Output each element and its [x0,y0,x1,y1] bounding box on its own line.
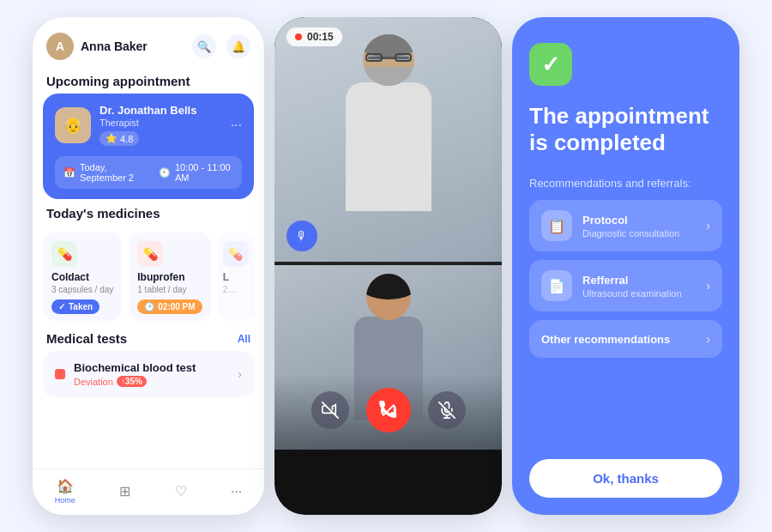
pat-hair-shape [366,274,411,299]
doc-glasses-right [395,53,412,62]
deviation-label: Deviation [74,377,113,387]
protocol-chevron-icon: › [706,219,710,233]
test-chevron-icon: › [238,367,242,381]
phone-1: A Anna Baker 🔍 🔔 Upcoming appointment 👴 … [33,17,264,515]
voice-wave-button[interactable]: 🎙 [286,221,317,251]
other-rec-label: Other recommendations [541,333,670,346]
appt-date: Today, September 2 [80,162,148,183]
doc-glasses-left [365,53,383,62]
heart-icon: ♡ [175,483,187,499]
clock-icon: 🕙 [159,167,171,178]
home-icon: 🏠 [57,478,74,494]
medicine-card-coldact[interactable]: 💊 Coldact 3 capsules / day ✓ Taken [43,233,122,321]
med-name-ibuprofen: Ibuprofen [137,271,202,283]
tests-all-button[interactable]: All [238,333,250,345]
pat-head-shape [366,274,411,320]
med-icon-ibuprofen: 💊 [137,241,163,267]
doc-details: Dr. Jonathan Bells Therapist ⭐ 4.8 [100,104,196,146]
more-icon: ··· [231,484,242,499]
referral-icon: 📄 [541,270,572,301]
upcoming-section-title: Upcoming appointment [33,67,264,94]
ref-card-protocol[interactable]: 📋 Protocol Diagnostic consultation › [529,200,722,251]
recording-indicator: 00:15 [286,27,342,46]
video-patient [274,265,502,450]
appointment-card[interactable]: 👴 Dr. Jonathan Bells Therapist ⭐ 4.8 ···… [43,94,254,199]
test-deviation: Deviation ↑35% [74,376,196,387]
test-name: Biochemical blood test [74,361,196,374]
call-controls [274,374,502,450]
med-dose-partial: 2… [223,285,249,294]
more-button[interactable]: ··· [231,118,242,133]
timer-display: 00:15 [307,31,334,43]
medicine-card-ibuprofen[interactable]: 💊 Ibuprofen 1 tablet / day 🕑 02:00 PM [129,233,210,321]
med-icon-partial: 💊 [223,241,249,267]
protocol-icon: 📋 [541,210,572,241]
nav-home[interactable]: 🏠 Home [55,478,75,505]
nav-home-label: Home [55,496,75,505]
test-info: Biochemical blood test Deviation ↑35% [74,361,196,387]
test-row-biochemical[interactable]: Biochemical blood test Deviation ↑35% › [43,351,254,397]
test-status-dot [55,369,65,379]
doctor-name: Dr. Jonathan Bells [100,104,196,117]
referral-sub: Ultrasound examination [582,288,706,299]
med-badge-time: 🕑 02:00 PM [137,299,202,314]
referral-title: Refferral [582,274,706,287]
doc-beard-shape [363,67,414,86]
doctor-specialty: Therapist [100,118,196,128]
nav-more[interactable]: ··· [231,484,242,499]
ref-info-referral: Refferral Ultrasound examination [582,274,706,299]
medicines-section-title: Today's medicines [33,199,264,226]
recommendations-label: Recommendations and referrals: [529,177,722,190]
appt-time-item: 🕙 10:00 - 11:00 AM [159,162,233,183]
appt-top: 👴 Dr. Jonathan Bells Therapist ⭐ 4.8 ··· [55,104,242,146]
header-icons: 🔍 🔔 [192,34,250,58]
ref-card-referral[interactable]: 📄 Refferral Ultrasound examination › [529,260,722,311]
user-name: Anna Baker [81,39,192,53]
calendar-icon: 📅 [63,167,75,178]
check-icon: ✓ [58,302,65,311]
completed-title: The appointment is completed [529,103,722,156]
other-rec-chevron-icon: › [706,332,710,346]
clock-icon-2: 🕑 [144,302,154,311]
grid-icon: ⊞ [119,483,130,499]
check-icon: ✓ [541,51,560,78]
doc-head-shape [363,34,414,86]
nav-grid[interactable]: ⊞ [119,483,130,499]
ok-thanks-button[interactable]: Ok, thanks [529,459,722,498]
medicines-row: 💊 Coldact 3 capsules / day ✓ Taken 💊 Ibu… [33,226,264,328]
appt-doc-info: 👴 Dr. Jonathan Bells Therapist ⭐ 4.8 [55,104,196,146]
p3-inner: ✓ The appointment is completed Recommend… [512,17,739,515]
bottom-nav: 🏠 Home ⊞ ♡ ··· [33,469,264,515]
search-icon[interactable]: 🔍 [192,34,216,58]
medicine-card-partial: 💊 L 2… [218,233,254,321]
ref-info-protocol: Protocol Diagnostic consultation [582,214,706,239]
check-box: ✓ [529,43,572,86]
tests-section-title: Medical tests [46,331,127,346]
med-badge-taken: ✓ Taken [51,299,100,314]
doc-body-shape [346,82,431,211]
tests-header: Medical tests All [33,328,264,351]
med-icon-coldact: 💊 [51,241,77,267]
med-name-coldact: Coldact [51,271,113,283]
camera-off-button[interactable] [311,391,349,429]
protocol-title: Protocol [582,214,706,227]
med-name-partial: L [223,271,249,283]
p1-header: A Anna Baker 🔍 🔔 [33,17,264,67]
end-call-button[interactable] [366,388,411,432]
nav-heart[interactable]: ♡ [175,483,187,499]
rating-value: 4.8 [120,134,133,144]
notification-icon[interactable]: 🔔 [226,34,250,58]
phone-2: 00:15 🎙 [274,17,502,515]
other-recommendations[interactable]: Other recommendations › [529,320,722,358]
phone-3: ✓ The appointment is completed Recommend… [512,17,739,515]
appt-time: 10:00 - 11:00 AM [175,162,233,183]
mute-button[interactable] [428,391,466,429]
test-left: Biochemical blood test Deviation ↑35% [55,361,196,387]
doctor-rating: ⭐ 4.8 [100,131,139,146]
video-doctor: 00:15 🎙 [274,17,502,262]
doctor-figure [346,34,431,211]
protocol-sub: Diagnostic consultation [582,228,706,239]
doctor-avatar: 👴 [55,107,91,143]
rec-dot [295,33,302,40]
med-dose-coldact: 3 capsules / day [51,285,113,294]
